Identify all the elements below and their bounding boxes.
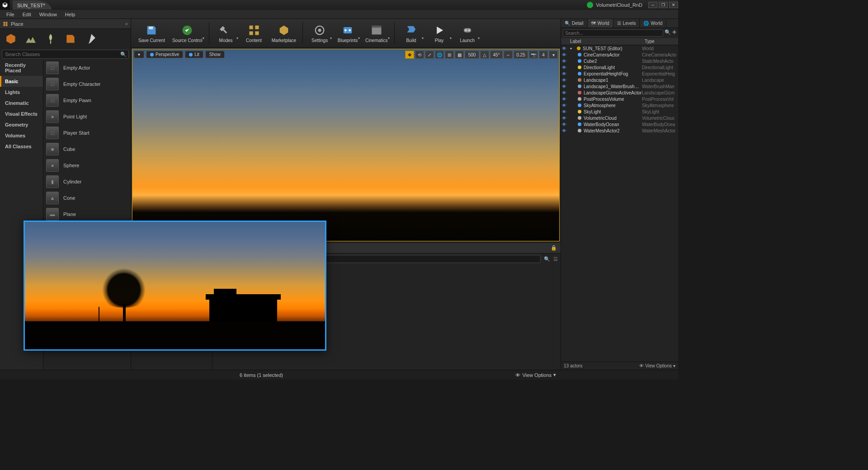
transform-move-icon[interactable]: ✥ <box>405 51 414 59</box>
outliner-row-landscapegizmoactiveactor[interactable]: 👁LandscapeGizmoActiveActorLandscapeGizm <box>561 89 678 96</box>
actor-cone[interactable]: ▲Cone <box>43 190 131 206</box>
minimize-button[interactable]: ─ <box>648 2 657 8</box>
actor-cylinder[interactable]: ▮Cylinder <box>43 174 131 190</box>
visibility-eye-icon[interactable]: 👁 <box>562 109 568 114</box>
mode-landscape-icon[interactable] <box>24 32 38 46</box>
visibility-eye-icon[interactable]: 👁 <box>562 97 568 102</box>
outliner-row-sun-test-editor-[interactable]: 👁▾SUN_TEST (Editor)World <box>561 45 678 52</box>
menu-file[interactable]: File <box>3 11 18 18</box>
outliner-row-cube2[interactable]: 👁Cube2StaticMeshActo <box>561 58 678 64</box>
outliner-row-watermeshactor2[interactable]: 👁WaterMeshActor2WaterMeshActor <box>561 127 678 134</box>
coordinate-space-icon[interactable]: 🌐 <box>435 51 444 59</box>
outliner-row-landscape1-waterbrushmana[interactable]: 👁Landscape1_WaterBrushManaWaterBrushMan <box>561 83 678 89</box>
menu-help[interactable]: Help <box>61 11 79 18</box>
grid-snap-value[interactable]: 500 <box>465 51 479 59</box>
visibility-eye-icon[interactable]: 👁 <box>562 71 568 76</box>
visibility-eye-icon[interactable]: 👁 <box>562 84 568 89</box>
rotation-snap-value[interactable]: 45° <box>490 51 503 59</box>
menu-window[interactable]: Window <box>36 11 61 18</box>
mode-mesh-paint-icon[interactable] <box>63 32 78 46</box>
place-category-cinematic[interactable]: Cinematic <box>0 98 43 108</box>
tab-detail-0[interactable]: 🔍Detail <box>561 19 588 28</box>
close-window-button[interactable]: ✕ <box>669 2 678 8</box>
content-lock-icon[interactable]: 🔒 <box>551 245 557 251</box>
transform-rotate-icon[interactable]: ⟲ <box>415 51 424 59</box>
transform-scale-icon[interactable]: ⤢ <box>425 51 434 59</box>
actor-sphere[interactable]: ●Sphere <box>43 157 131 174</box>
grid-snap-icon[interactable]: ▦ <box>455 51 464 59</box>
visibility-eye-icon[interactable]: 👁 <box>562 90 568 95</box>
visibility-eye-icon[interactable]: 👁 <box>562 59 568 64</box>
place-category-all-classes[interactable]: All Classes <box>0 141 43 152</box>
outliner-col-label[interactable]: Label <box>561 38 643 45</box>
rotation-snap-icon[interactable]: △ <box>480 51 489 59</box>
outliner-row-postprocessvolume[interactable]: 👁PostProcessVolumePostProcessVol <box>561 96 678 102</box>
toolbar-save-current-button[interactable]: Save Current <box>136 20 168 47</box>
toolbar-cinematics-button[interactable]: Cinematics▾ <box>363 20 390 47</box>
toolbar-blueprints-button[interactable]: Blueprints▾ <box>335 20 361 47</box>
outliner-row-skyatmosphere[interactable]: 👁SkyAtmosphereSkyAtmosphere <box>561 102 678 108</box>
toolbar-source-control-button[interactable]: Source Control▾ <box>170 20 205 47</box>
tree-expand-icon[interactable]: ▾ <box>570 47 575 51</box>
actor-cube[interactable]: ■Cube <box>43 141 131 157</box>
actor-empty-pawn[interactable]: □Empty Pawn <box>43 92 131 108</box>
level-viewport[interactable]: ▾ Perspective Lit Show ✥ ⟲ ⤢ 🌐 ⊞ ▦ 500 △… <box>132 49 560 241</box>
toolbar-settings-button[interactable]: Settings▾ <box>307 20 333 47</box>
camera-speed-icon[interactable]: 📷 <box>529 51 538 59</box>
place-search-input[interactable] <box>2 52 118 57</box>
visibility-eye-icon[interactable]: 👁 <box>562 103 568 108</box>
actor-empty-character[interactable]: □Empty Character <box>43 76 131 92</box>
toolbar-content-button[interactable]: Content <box>241 20 267 47</box>
toolbar-build-button[interactable]: Build▾ <box>398 20 425 47</box>
viewport-perspective-button[interactable]: Perspective <box>146 51 183 58</box>
outliner-row-cinecameraactor[interactable]: 👁CineCameraActorCineCameraActo <box>561 52 678 58</box>
outliner-col-type[interactable]: Type <box>643 38 678 45</box>
place-category-lights[interactable]: Lights <box>0 87 43 98</box>
content-view-options[interactable]: 👁 View Options ▾ <box>515 372 556 378</box>
visibility-eye-icon[interactable]: 👁 <box>562 122 568 127</box>
viewport-options-button[interactable]: ▾ <box>134 51 144 58</box>
outliner-row-exponentialheightfog[interactable]: 👁ExponentialHeightFogExponentialHeig <box>561 70 678 77</box>
toolbar-modes-button[interactable]: Modes▾ <box>213 20 239 47</box>
place-category-volumes[interactable]: Volumes <box>0 130 43 141</box>
actor-plane[interactable]: ▬Plane <box>43 206 131 222</box>
toolbar-marketplace-button[interactable]: Marketplace <box>269 20 299 47</box>
mode-foliage-icon[interactable] <box>43 32 58 46</box>
restore-button[interactable]: ❐ <box>659 2 668 8</box>
camera-speed-value[interactable]: 4 <box>539 51 548 59</box>
viewport-maximize-icon[interactable]: ▾ <box>549 51 558 59</box>
scale-snap-icon[interactable]: ↔ <box>504 51 513 59</box>
outliner-row-waterbodyocean[interactable]: 👁WaterBodyOceanWaterBodyOcea <box>561 121 678 127</box>
outliner-row-directionallight[interactable]: 👁DirectionalLightDirectionalLight <box>561 64 678 70</box>
place-category-visual-effects[interactable]: Visual Effects <box>0 108 43 119</box>
place-search[interactable]: 🔍 <box>2 50 129 59</box>
toolbar-launch-button[interactable]: Launch▾ <box>454 20 481 47</box>
outliner-row-volumetriccloud[interactable]: 👁VolumetricCloudVolumetricClouc <box>561 115 678 121</box>
actor-player-start[interactable]: □Player Start <box>43 125 131 141</box>
visibility-eye-icon[interactable]: 👁 <box>562 78 568 83</box>
outliner-search-input[interactable] <box>563 29 663 37</box>
mode-select-icon[interactable] <box>4 32 18 46</box>
outliner-view-options[interactable]: 👁 View Options ▾ <box>639 363 675 368</box>
outliner-add-icon[interactable]: ✚ <box>672 29 676 37</box>
outliner-row-skylight[interactable]: 👁SkyLightSkyLight <box>561 108 678 115</box>
visibility-eye-icon[interactable]: 👁 <box>562 116 568 121</box>
visibility-eye-icon[interactable]: 👁 <box>562 52 568 57</box>
viewport-show-button[interactable]: Show <box>205 51 225 58</box>
visibility-eye-icon[interactable]: 👁 <box>562 46 568 51</box>
place-category-basic[interactable]: Basic <box>0 76 43 87</box>
place-category-recently-placed[interactable]: Recently Placed <box>0 60 43 76</box>
place-category-geometry[interactable]: Geometry <box>0 119 43 130</box>
place-panel-close-button[interactable]: × <box>125 21 128 27</box>
mode-brush-icon[interactable] <box>83 32 98 46</box>
content-settings-icon[interactable]: ☰ <box>553 256 558 262</box>
viewport-lit-button[interactable]: Lit <box>185 51 203 58</box>
tab-world-1[interactable]: 🗺World <box>588 19 613 28</box>
scale-snap-value[interactable]: 0.25 <box>514 51 528 59</box>
tab-world-3[interactable]: 🌐World <box>640 19 666 28</box>
visibility-eye-icon[interactable]: 👁 <box>562 128 568 133</box>
surface-snap-icon[interactable]: ⊞ <box>445 51 454 59</box>
toolbar-play-button[interactable]: Play▾ <box>426 20 453 47</box>
outliner-row-landscape1[interactable]: 👁Landscape1Landscape <box>561 77 678 83</box>
actor-empty-actor[interactable]: □Empty Actor <box>43 60 131 76</box>
